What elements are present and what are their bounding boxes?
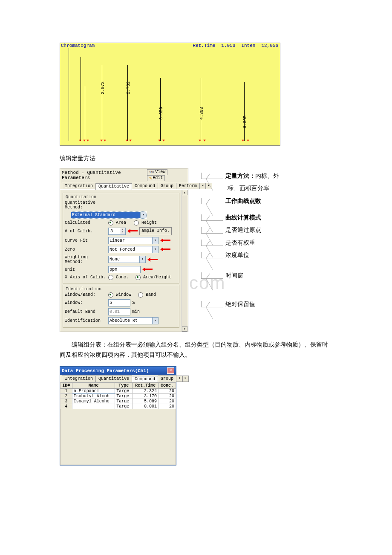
chrom-status: Ret.Time 1.053 Inten 12,056 bbox=[193, 43, 278, 48]
peak-label: 6.065 bbox=[243, 116, 248, 128]
tab-integration[interactable]: Integration bbox=[62, 183, 96, 189]
note-method-bold: 定量方法： bbox=[225, 173, 255, 179]
quant-params-dialog: Method - Quantitative Parameters 👓View ✎… bbox=[60, 168, 188, 332]
weighting-select[interactable]: None bbox=[108, 256, 146, 263]
ctab-scroll[interactable]: ◂▸ bbox=[176, 376, 189, 382]
col-id[interactable]: ID# bbox=[61, 383, 72, 389]
col-conc[interactable]: Conc. bbox=[159, 383, 176, 389]
table-row[interactable]: 2Isobutyl AlcohTarge3.17020 bbox=[61, 394, 176, 399]
window-unit: % bbox=[132, 301, 135, 305]
baseline-mark-icon: ✶ bbox=[126, 138, 128, 143]
conc-radio[interactable] bbox=[108, 275, 113, 280]
peak bbox=[85, 87, 85, 141]
area-radio-label: Area bbox=[116, 220, 126, 225]
note-sketch-icon bbox=[201, 173, 223, 179]
baseline-mark-icon: ✶ bbox=[247, 138, 249, 143]
peak: 2.072 bbox=[102, 65, 102, 141]
compound-dialog-title: Data Processing Parameters(Ch1) bbox=[62, 368, 149, 373]
col-rettime[interactable]: Ret.Time bbox=[133, 383, 159, 389]
quant-method-label: Quantitative Method: bbox=[65, 200, 107, 210]
table-row[interactable]: 3Isoamyl AlcohoTarge5.08920 bbox=[61, 399, 176, 404]
peak-label: 3.659 bbox=[159, 107, 164, 120]
tab-scroll-right-icon[interactable]: ▸ bbox=[182, 376, 189, 382]
ctab-compound[interactable]: Compound bbox=[132, 376, 158, 382]
note-method-line2: 标、面积百分率 bbox=[228, 182, 269, 194]
scroll-down-icon[interactable]: ▾ bbox=[182, 326, 187, 332]
conc-radio-label: Conc. bbox=[116, 275, 129, 280]
band-radio-label: Band bbox=[146, 292, 156, 297]
unit-label: Unit bbox=[65, 267, 107, 272]
height-radio-label: Height bbox=[141, 220, 157, 225]
table-row[interactable]: 1n-PropanolTarge2.32420 bbox=[61, 389, 176, 394]
calculated-label: Calculated bbox=[65, 220, 107, 225]
scrollbar[interactable]: ▴ ▾ bbox=[182, 190, 187, 332]
unit-input[interactable]: ppm bbox=[108, 266, 141, 273]
table-empty-area bbox=[60, 409, 176, 465]
ctab-quantitative[interactable]: Quantitative bbox=[95, 376, 132, 382]
peak-label: 4.803 bbox=[199, 107, 204, 120]
arrow-icon bbox=[160, 238, 170, 243]
zero-label: Zero bbox=[65, 247, 107, 252]
section-edit-compound-table: 编辑组分表：在组分表中必须输入组分名、组分类型（目的物质、内标物质或参考物质）、… bbox=[60, 340, 332, 360]
chrom-title: Chromatogram bbox=[61, 43, 95, 48]
arrow-icon bbox=[127, 229, 138, 233]
area-radio[interactable] bbox=[108, 220, 113, 225]
defaultband-label: Default Band bbox=[65, 309, 107, 314]
areaheight-radio[interactable] bbox=[135, 275, 141, 280]
note-points: 工作曲线点数 bbox=[225, 195, 261, 207]
height-radio[interactable] bbox=[134, 220, 139, 225]
ctab-integration[interactable]: Integration bbox=[62, 376, 96, 382]
identification-label: Identification bbox=[65, 318, 107, 323]
ctab-group[interactable]: Group bbox=[158, 376, 176, 382]
quantitation-legend: Quantitation bbox=[65, 195, 97, 199]
rettime-label: Ret.Time bbox=[193, 43, 216, 48]
tab-compound[interactable]: Compound bbox=[132, 183, 158, 189]
identification-legend: Identification bbox=[65, 287, 102, 292]
tab-scroll-left-icon[interactable]: ◂ bbox=[199, 183, 206, 189]
ncalib-spinner[interactable]: 3▴▾ bbox=[108, 228, 126, 235]
ncalib-label: # of Calib. bbox=[65, 229, 107, 234]
tab-group[interactable]: Group bbox=[158, 183, 176, 189]
band-radio[interactable] bbox=[138, 292, 143, 298]
annotations: 定量方法：内标、外 标、面积百分率 工作曲线点数 曲线计算模式 是否通过原点 是… bbox=[201, 168, 332, 311]
quant-method-select[interactable]: External Standard bbox=[71, 211, 147, 219]
tab-performance[interactable]: Perform bbox=[176, 183, 200, 189]
col-type[interactable]: Type bbox=[115, 383, 133, 389]
edit-button[interactable]: ✎Edit bbox=[147, 175, 165, 181]
view-button[interactable]: 👓View bbox=[147, 169, 167, 175]
compound-table[interactable]: ID# Name Type Ret.Time Conc. 1n-Propanol… bbox=[60, 382, 176, 409]
baseline-mark-icon: ✶ bbox=[83, 138, 86, 143]
tab-scroll-left-icon[interactable]: ◂ bbox=[176, 376, 182, 382]
peak bbox=[81, 57, 81, 141]
window-radio-label: Window bbox=[116, 292, 131, 297]
chrom-axis bbox=[69, 48, 69, 141]
curvefit-select[interactable]: Linear bbox=[108, 237, 159, 244]
quantitation-group: Quantitation Quantitative Method: Extern… bbox=[63, 193, 179, 283]
dialog-title: Method - Quantitative Parameters bbox=[62, 170, 147, 180]
sample-info-button[interactable]: ample Info. bbox=[139, 227, 172, 235]
tab-quantitative[interactable]: Quantitative bbox=[95, 183, 132, 190]
peak: 3.659 bbox=[160, 78, 161, 141]
identification-select[interactable]: Absolute Rt bbox=[108, 317, 159, 324]
table-row[interactable]: 4Targe0.00120 bbox=[61, 404, 176, 409]
peak: 2.732 bbox=[127, 65, 128, 141]
chrom-plot: 2.0722.7323.6594.8036.065✶✶✶✶✶✶✶✶✶✶✶✶✶ bbox=[69, 48, 271, 141]
window-radio[interactable] bbox=[108, 292, 113, 298]
defaultband-input[interactable]: 0.01 bbox=[108, 308, 130, 315]
zero-select[interactable]: Not Forced bbox=[108, 246, 159, 253]
defaultband-unit: min bbox=[132, 309, 140, 314]
peak: 4.803 bbox=[201, 78, 201, 141]
arrow-icon bbox=[160, 247, 170, 251]
close-button[interactable]: ✕ bbox=[167, 367, 174, 374]
col-name[interactable]: Name bbox=[72, 383, 115, 389]
identification-group: Identification Window/Band: Window Band … bbox=[63, 285, 179, 328]
section-edit-quant-method: 编辑定量方法 bbox=[60, 153, 332, 164]
peak-label: 2.732 bbox=[126, 81, 131, 94]
baseline-mark-icon: ✶ bbox=[104, 138, 106, 143]
scroll-up-icon[interactable]: ▴ bbox=[182, 190, 187, 195]
window-input[interactable]: 5 bbox=[108, 299, 130, 306]
baseline-mark-icon: ✶ bbox=[203, 138, 206, 143]
note-sketch-icon bbox=[201, 214, 223, 221]
baseline-mark-icon: ✶ bbox=[79, 138, 81, 143]
curvefit-label: Curve Fit bbox=[65, 238, 107, 243]
